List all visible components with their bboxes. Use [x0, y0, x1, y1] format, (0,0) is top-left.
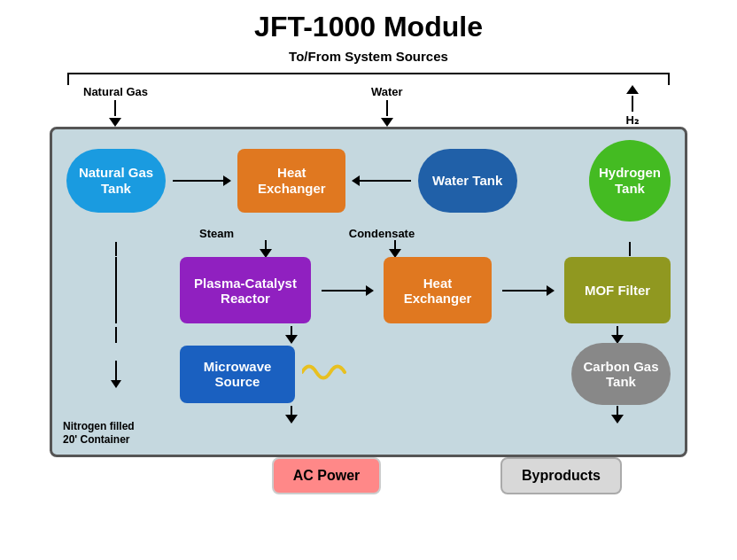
heat-exchanger-2: Heat Exchanger — [384, 257, 492, 323]
h2-label: H₂ — [626, 113, 639, 127]
hydrogen-tank: Hydrogen Tank — [589, 140, 671, 222]
system-sources-label: To/From System Sources — [289, 49, 448, 64]
mof-filter: MOF Filter — [564, 257, 671, 323]
heat-exchanger-1: Heat Exchanger — [237, 149, 345, 213]
carbon-gas-tank: Carbon Gas Tank — [571, 343, 671, 405]
main-container: Natural Gas Tank Heat Exchanger Water Ta… — [50, 127, 687, 457]
water-label: Water — [371, 85, 403, 98]
nitrogen-filled-label: Nitrogen filled20' Container — [63, 420, 135, 447]
byproducts-box: Byproducts — [500, 457, 622, 494]
natural-gas-tank: Natural Gas Tank — [66, 149, 166, 213]
steam-label: Steam — [199, 227, 234, 240]
water-tank: Water Tank — [418, 149, 517, 213]
ac-power-box: AC Power — [272, 457, 382, 494]
natural-gas-label: Natural Gas — [83, 85, 148, 98]
microwave-source: Microwave Source — [180, 346, 295, 403]
condensate-label: Condensate — [349, 227, 415, 240]
page-title: JFT-1000 Module — [254, 11, 483, 43]
plasma-reactor: Plasma-Catalyst Reactor — [180, 257, 311, 323]
